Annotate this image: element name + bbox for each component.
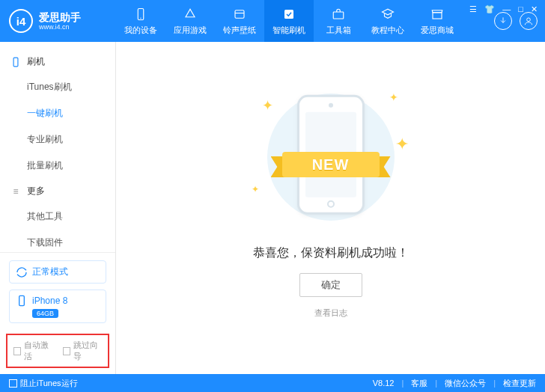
- svg-rect-8: [13, 58, 18, 67]
- block-itunes-checkbox[interactable]: 阻止iTunes运行: [9, 378, 78, 389]
- svg-point-7: [527, 18, 531, 22]
- ok-button[interactable]: 确定: [299, 273, 362, 297]
- ringtone-icon: [232, 7, 247, 22]
- menu-icon[interactable]: ☰: [468, 3, 478, 16]
- svg-rect-5: [333, 12, 344, 19]
- sparkle-icon: ✦: [389, 91, 398, 103]
- device-name: iPhone 8: [32, 295, 67, 306]
- svg-rect-4: [284, 10, 293, 19]
- mode-label: 正常模式: [32, 266, 68, 278]
- app-title: 爱思助手: [39, 11, 81, 23]
- skip-wizard-checkbox[interactable]: 跳过向导: [63, 340, 102, 362]
- tab-flash[interactable]: 智能刷机: [264, 0, 314, 42]
- footer: 阻止iTunes运行 V8.12 | 客服 | 微信公众号 | 检查更新: [0, 374, 545, 392]
- phone-icon: [10, 57, 21, 67]
- tab-label: 应用游戏: [174, 25, 207, 36]
- tab-apps[interactable]: 应用游戏: [165, 0, 215, 42]
- ribbon-text: NEW: [282, 152, 380, 177]
- checkbox-label: 阻止iTunes运行: [20, 378, 78, 389]
- checkbox-label: 自动激活: [24, 340, 52, 362]
- sidebar-item-itunes-flash[interactable]: iTunes刷机: [0, 74, 115, 100]
- svg-rect-9: [19, 295, 25, 305]
- checkbox-label: 跳过向导: [73, 340, 102, 362]
- sidebar: 刷机 iTunes刷机 一键刷机 专业刷机 批量刷机 ≡ 更多 其他工具 下载固…: [0, 42, 116, 374]
- store-icon: [430, 7, 445, 22]
- options-highlight: 自动激活 跳过向导: [6, 334, 109, 368]
- phone-icon: [133, 7, 148, 22]
- tab-label: 智能刷机: [272, 25, 305, 36]
- main-content: ✦ ✦ ✦ ✦ NEW 恭喜您，保资料刷机成功啦！ 确定 查看日志: [116, 42, 545, 374]
- sidebar-item-oneclick-flash[interactable]: 一键刷机: [0, 100, 115, 126]
- sidebar-item-pro-flash[interactable]: 专业刷机: [0, 126, 115, 153]
- apps-icon: [183, 7, 198, 22]
- menu-icon: ≡: [10, 186, 21, 197]
- sidebar-item-batch-flash[interactable]: 批量刷机: [0, 153, 115, 179]
- tab-ringtone[interactable]: 铃声壁纸: [215, 0, 264, 42]
- group-label: 更多: [27, 185, 45, 197]
- tab-label: 工具箱: [326, 25, 351, 36]
- window-controls: ☰ 👕 — □ ✕: [468, 3, 539, 16]
- tab-label: 爱思商城: [421, 25, 454, 36]
- phone-icon: [16, 295, 28, 307]
- sidebar-group-flash[interactable]: 刷机: [0, 49, 115, 74]
- maximize-icon[interactable]: □: [517, 3, 525, 16]
- group-label: 刷机: [27, 55, 45, 68]
- minimize-icon[interactable]: —: [501, 3, 512, 16]
- refresh-icon: [16, 266, 28, 278]
- close-icon[interactable]: ✕: [529, 3, 539, 16]
- tab-my-device[interactable]: 我的设备: [116, 0, 165, 42]
- success-message: 恭喜您，保资料刷机成功啦！: [253, 245, 409, 261]
- sparkle-icon: ✦: [252, 184, 259, 195]
- tab-label: 铃声壁纸: [223, 25, 256, 36]
- logo[interactable]: i4 爱思助手 www.i4.cn: [0, 9, 116, 33]
- main-tabs: 我的设备 应用游戏 铃声壁纸 智能刷机 工具箱 教程中心 爱思商城: [116, 0, 462, 42]
- storage-badge: 64GB: [32, 309, 58, 318]
- tab-label: 我的设备: [124, 25, 157, 36]
- device-selector[interactable]: iPhone 8 64GB: [9, 290, 106, 323]
- toolbox-icon: [331, 7, 346, 22]
- auto-activate-checkbox[interactable]: 自动激活: [13, 340, 52, 362]
- flash-icon: [281, 7, 296, 22]
- header: i4 爱思助手 www.i4.cn 我的设备 应用游戏 铃声壁纸 智能刷机 工具…: [0, 0, 545, 42]
- mode-selector[interactable]: 正常模式: [9, 260, 106, 284]
- version-label: V8.12: [373, 379, 395, 388]
- logo-icon: i4: [9, 9, 33, 33]
- wechat-link[interactable]: 微信公众号: [445, 378, 486, 389]
- app-subtitle: www.i4.cn: [39, 23, 81, 31]
- svg-rect-6: [433, 12, 442, 18]
- support-link[interactable]: 客服: [411, 378, 427, 389]
- new-ribbon: NEW: [271, 146, 391, 183]
- check-update-link[interactable]: 检查更新: [503, 378, 536, 389]
- tab-toolbox[interactable]: 工具箱: [314, 0, 363, 42]
- svg-rect-2: [235, 10, 244, 18]
- tab-store[interactable]: 爱思商城: [412, 0, 462, 42]
- tab-tutorial[interactable]: 教程中心: [363, 0, 412, 42]
- view-log-link[interactable]: 查看日志: [314, 307, 347, 319]
- sparkle-icon: ✦: [395, 135, 409, 154]
- tutorial-icon: [380, 7, 395, 22]
- skin-icon[interactable]: 👕: [483, 3, 496, 16]
- sparkle-icon: ✦: [262, 97, 273, 114]
- sidebar-item-download-firmware[interactable]: 下载固件: [0, 230, 115, 252]
- sidebar-group-more[interactable]: ≡ 更多: [0, 179, 115, 203]
- success-illustration: ✦ ✦ ✦ ✦ NEW: [249, 82, 413, 232]
- tab-label: 教程中心: [371, 25, 404, 36]
- sidebar-item-other-tools[interactable]: 其他工具: [0, 203, 115, 230]
